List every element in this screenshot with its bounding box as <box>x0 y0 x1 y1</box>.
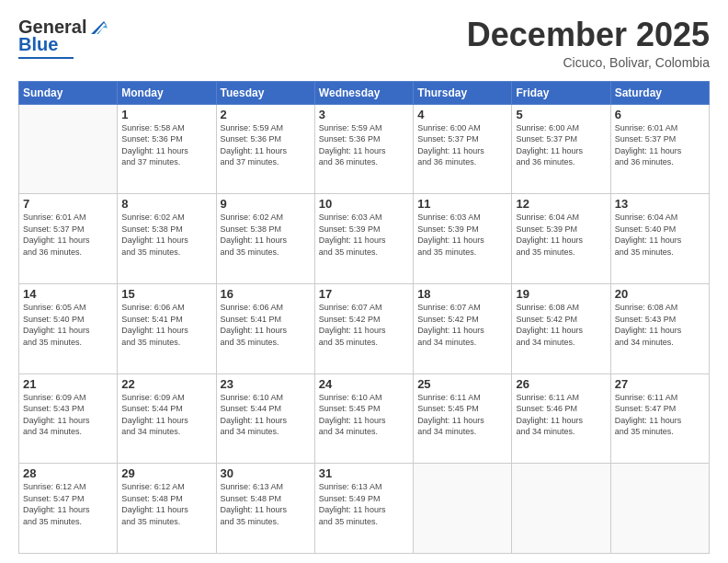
table-row <box>512 464 610 554</box>
day-info: Sunrise: 6:07 AMSunset: 5:42 PMDaylight:… <box>319 302 409 348</box>
day-info: Sunrise: 6:08 AMSunset: 5:43 PMDaylight:… <box>615 302 705 348</box>
table-row: 23Sunrise: 6:10 AMSunset: 5:44 PMDayligh… <box>216 373 314 464</box>
table-row: 19Sunrise: 6:08 AMSunset: 5:42 PMDayligh… <box>512 283 610 373</box>
calendar-week-row: 1Sunrise: 5:58 AMSunset: 5:36 PMDaylight… <box>19 104 710 194</box>
day-info: Sunrise: 6:09 AMSunset: 5:44 PMDaylight:… <box>121 392 211 438</box>
day-number: 13 <box>615 197 705 211</box>
col-monday: Monday <box>118 81 216 104</box>
table-row: 3Sunrise: 5:59 AMSunset: 5:36 PMDaylight… <box>314 104 413 194</box>
day-number: 28 <box>23 466 113 480</box>
day-number: 12 <box>516 197 606 211</box>
day-info: Sunrise: 6:05 AMSunset: 5:40 PMDaylight:… <box>23 302 113 348</box>
day-number: 29 <box>121 466 211 480</box>
day-info: Sunrise: 6:00 AMSunset: 5:37 PMDaylight:… <box>516 122 606 168</box>
page: General Blue December 2025 Cicuco, Boliv… <box>0 0 728 563</box>
table-row <box>610 464 709 554</box>
table-row: 16Sunrise: 6:06 AMSunset: 5:41 PMDayligh… <box>216 283 314 373</box>
col-friday: Friday <box>512 81 610 104</box>
day-info: Sunrise: 6:12 AMSunset: 5:47 PMDaylight:… <box>23 481 113 527</box>
calendar-header-row: Sunday Monday Tuesday Wednesday Thursday… <box>19 81 710 104</box>
day-number: 11 <box>417 197 507 211</box>
table-row: 21Sunrise: 6:09 AMSunset: 5:43 PMDayligh… <box>19 373 118 464</box>
day-info: Sunrise: 6:07 AMSunset: 5:42 PMDaylight:… <box>417 302 507 348</box>
day-info: Sunrise: 6:13 AMSunset: 5:49 PMDaylight:… <box>319 481 409 527</box>
day-number: 31 <box>319 466 409 480</box>
col-sunday: Sunday <box>19 81 118 104</box>
day-number: 26 <box>516 377 606 391</box>
day-info: Sunrise: 5:59 AMSunset: 5:36 PMDaylight:… <box>319 122 409 168</box>
calendar-week-row: 21Sunrise: 6:09 AMSunset: 5:43 PMDayligh… <box>19 373 710 464</box>
logo: General Blue <box>18 17 108 59</box>
table-row: 28Sunrise: 6:12 AMSunset: 5:47 PMDayligh… <box>19 464 118 554</box>
table-row: 25Sunrise: 6:11 AMSunset: 5:45 PMDayligh… <box>414 373 512 464</box>
table-row: 29Sunrise: 6:12 AMSunset: 5:48 PMDayligh… <box>118 464 216 554</box>
day-number: 8 <box>121 197 211 211</box>
table-row: 17Sunrise: 6:07 AMSunset: 5:42 PMDayligh… <box>314 283 413 373</box>
day-info: Sunrise: 6:12 AMSunset: 5:48 PMDaylight:… <box>121 481 211 527</box>
table-row: 1Sunrise: 5:58 AMSunset: 5:36 PMDaylight… <box>118 104 216 194</box>
col-saturday: Saturday <box>610 81 709 104</box>
day-number: 16 <box>221 287 311 301</box>
table-row: 30Sunrise: 6:13 AMSunset: 5:48 PMDayligh… <box>216 464 314 554</box>
location: Cicuco, Bolivar, Colombia <box>467 55 710 70</box>
table-row: 13Sunrise: 6:04 AMSunset: 5:40 PMDayligh… <box>610 194 709 284</box>
day-info: Sunrise: 6:04 AMSunset: 5:40 PMDaylight:… <box>615 212 705 258</box>
table-row: 31Sunrise: 6:13 AMSunset: 5:49 PMDayligh… <box>314 464 413 554</box>
day-number: 5 <box>516 108 606 121</box>
day-number: 20 <box>615 287 705 301</box>
table-row: 14Sunrise: 6:05 AMSunset: 5:40 PMDayligh… <box>19 283 118 373</box>
table-row <box>414 464 512 554</box>
day-number: 17 <box>319 287 409 301</box>
table-row: 5Sunrise: 6:00 AMSunset: 5:37 PMDaylight… <box>512 104 610 194</box>
table-row: 22Sunrise: 6:09 AMSunset: 5:44 PMDayligh… <box>118 373 216 464</box>
table-row: 7Sunrise: 6:01 AMSunset: 5:37 PMDaylight… <box>19 194 118 284</box>
day-number: 30 <box>221 466 311 480</box>
day-info: Sunrise: 6:10 AMSunset: 5:44 PMDaylight:… <box>221 392 311 438</box>
logo-icon <box>87 19 108 36</box>
day-number: 27 <box>615 377 705 391</box>
calendar-week-row: 7Sunrise: 6:01 AMSunset: 5:37 PMDaylight… <box>19 194 710 284</box>
day-info: Sunrise: 6:10 AMSunset: 5:45 PMDaylight:… <box>319 392 409 438</box>
month-title: December 2025 <box>467 17 710 53</box>
day-info: Sunrise: 6:01 AMSunset: 5:37 PMDaylight:… <box>23 212 113 258</box>
day-info: Sunrise: 6:06 AMSunset: 5:41 PMDaylight:… <box>121 302 211 348</box>
table-row: 12Sunrise: 6:04 AMSunset: 5:39 PMDayligh… <box>512 194 610 284</box>
table-row: 18Sunrise: 6:07 AMSunset: 5:42 PMDayligh… <box>414 283 512 373</box>
day-info: Sunrise: 6:08 AMSunset: 5:42 PMDaylight:… <box>516 302 606 348</box>
col-tuesday: Tuesday <box>216 81 314 104</box>
day-number: 23 <box>221 377 311 391</box>
table-row: 6Sunrise: 6:01 AMSunset: 5:37 PMDaylight… <box>610 104 709 194</box>
table-row: 4Sunrise: 6:00 AMSunset: 5:37 PMDaylight… <box>414 104 512 194</box>
day-number: 21 <box>23 377 113 391</box>
calendar-week-row: 14Sunrise: 6:05 AMSunset: 5:40 PMDayligh… <box>19 283 710 373</box>
day-info: Sunrise: 6:06 AMSunset: 5:41 PMDaylight:… <box>221 302 311 348</box>
day-number: 3 <box>319 108 409 121</box>
calendar-week-row: 28Sunrise: 6:12 AMSunset: 5:47 PMDayligh… <box>19 464 710 554</box>
day-info: Sunrise: 6:04 AMSunset: 5:39 PMDaylight:… <box>516 212 606 258</box>
table-row: 26Sunrise: 6:11 AMSunset: 5:46 PMDayligh… <box>512 373 610 464</box>
day-info: Sunrise: 6:03 AMSunset: 5:39 PMDaylight:… <box>417 212 507 258</box>
day-number: 22 <box>121 377 211 391</box>
day-number: 18 <box>417 287 507 301</box>
day-info: Sunrise: 6:02 AMSunset: 5:38 PMDaylight:… <box>121 212 211 258</box>
logo-blue: Blue <box>18 34 58 55</box>
day-number: 24 <box>319 377 409 391</box>
table-row <box>19 104 118 194</box>
col-thursday: Thursday <box>414 81 512 104</box>
day-number: 7 <box>23 197 113 211</box>
day-number: 2 <box>221 108 311 121</box>
day-number: 6 <box>615 108 705 121</box>
table-row: 11Sunrise: 6:03 AMSunset: 5:39 PMDayligh… <box>414 194 512 284</box>
day-info: Sunrise: 6:09 AMSunset: 5:43 PMDaylight:… <box>23 392 113 438</box>
logo-underline <box>18 57 74 59</box>
table-row: 2Sunrise: 5:59 AMSunset: 5:36 PMDaylight… <box>216 104 314 194</box>
day-number: 1 <box>121 108 211 121</box>
table-row: 27Sunrise: 6:11 AMSunset: 5:47 PMDayligh… <box>610 373 709 464</box>
day-number: 25 <box>417 377 507 391</box>
day-info: Sunrise: 6:01 AMSunset: 5:37 PMDaylight:… <box>615 122 705 168</box>
day-info: Sunrise: 6:11 AMSunset: 5:47 PMDaylight:… <box>615 392 705 438</box>
day-number: 9 <box>221 197 311 211</box>
col-wednesday: Wednesday <box>314 81 413 104</box>
day-number: 14 <box>23 287 113 301</box>
day-number: 4 <box>417 108 507 121</box>
